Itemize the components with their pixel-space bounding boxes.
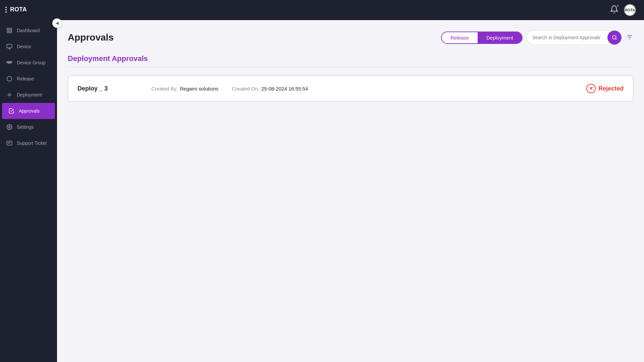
topbar: ROTA <box>57 0 644 20</box>
main-content: ROTA Approvals Release Deployment <box>57 0 644 362</box>
sidebar-nav: Dashboard Device Device Group <box>0 19 57 362</box>
status-badge: Rejected <box>598 85 624 92</box>
search-input[interactable] <box>527 32 607 43</box>
release-icon <box>6 75 13 82</box>
sidebar-item-release[interactable]: Release <box>0 71 57 87</box>
created-by-value: Regami solutions <box>180 86 218 92</box>
created-on-label: Created On: <box>232 86 259 92</box>
rejected-icon: ✕ <box>586 84 596 93</box>
settings-icon <box>6 124 13 130</box>
dashboard-icon <box>6 27 13 34</box>
created-on-value: 25-08-2024 16:55:54 <box>261 86 308 92</box>
page-header: Approvals Release Deployment <box>68 30 633 45</box>
menu-dots-icon[interactable] <box>5 7 7 13</box>
sidebar-item-support-ticket[interactable]: Support Ticket <box>0 135 57 151</box>
svg-rect-7 <box>10 61 12 62</box>
page-title: Approvals <box>68 32 114 43</box>
created-by-label: Created By: <box>151 86 178 92</box>
sidebar-item-device-group[interactable]: Device Group <box>0 55 57 71</box>
sidebar-item-label: Dashboard <box>17 28 40 33</box>
sidebar-item-device[interactable]: Device <box>0 39 57 55</box>
approval-card: Deploy _ 3 Created By: Regami solutions … <box>68 75 633 102</box>
svg-point-9 <box>9 126 10 128</box>
sidebar-item-label: Device <box>17 44 31 49</box>
divider <box>68 67 633 67</box>
sidebar-item-deployment[interactable]: Deployment <box>0 87 57 103</box>
section-title: Deployment Approvals <box>68 54 633 63</box>
svg-point-8 <box>8 94 10 96</box>
tab-release[interactable]: Release <box>442 32 478 43</box>
svg-rect-4 <box>7 44 12 48</box>
sidebar: ROTA ◀ Dashboard Device <box>0 0 57 362</box>
sidebar-item-label: Settings <box>17 124 34 130</box>
deployment-icon <box>6 92 13 98</box>
app-name: ROTA <box>10 6 27 13</box>
notification-bell[interactable] <box>610 5 619 15</box>
device-group-icon <box>6 59 13 66</box>
notification-badge <box>616 4 620 7</box>
tab-group: Release Deployment <box>441 32 523 44</box>
tab-deployment[interactable]: Deployment <box>478 32 522 43</box>
sidebar-item-label: Device Group <box>17 60 46 65</box>
header-right: Release Deployment <box>441 30 633 45</box>
created-on-meta: Created On: 25-08-2024 16:55:54 <box>232 86 308 92</box>
created-by-meta: Created By: Regami solutions <box>151 86 218 92</box>
svg-rect-2 <box>7 31 9 33</box>
search-button[interactable] <box>607 31 622 45</box>
sidebar-item-settings[interactable]: Settings <box>0 119 57 135</box>
approvals-icon <box>8 108 15 114</box>
svg-point-11 <box>612 36 616 39</box>
device-icon <box>6 43 13 50</box>
sidebar-item-approvals[interactable]: Approvals <box>2 103 55 119</box>
sidebar-header: ROTA <box>0 0 57 19</box>
deploy-name: Deploy _ 3 <box>77 85 138 92</box>
sidebar-item-label: Support Ticket <box>17 140 47 146</box>
search-bar <box>527 30 622 45</box>
svg-rect-3 <box>10 31 12 33</box>
filter-button[interactable] <box>626 34 633 41</box>
page-area: Approvals Release Deployment <box>57 20 644 362</box>
svg-rect-0 <box>7 28 9 30</box>
status-area: ✕ Rejected <box>586 84 624 93</box>
avatar[interactable]: ROTA <box>624 4 636 16</box>
svg-rect-5 <box>7 61 9 62</box>
sidebar-item-dashboard[interactable]: Dashboard <box>0 22 57 39</box>
svg-rect-6 <box>9 61 10 62</box>
support-ticket-icon <box>6 140 13 146</box>
svg-rect-1 <box>10 28 12 30</box>
sidebar-item-label: Approvals <box>19 108 40 114</box>
sidebar-item-label: Deployment <box>17 92 42 98</box>
sidebar-item-label: Release <box>17 76 34 81</box>
